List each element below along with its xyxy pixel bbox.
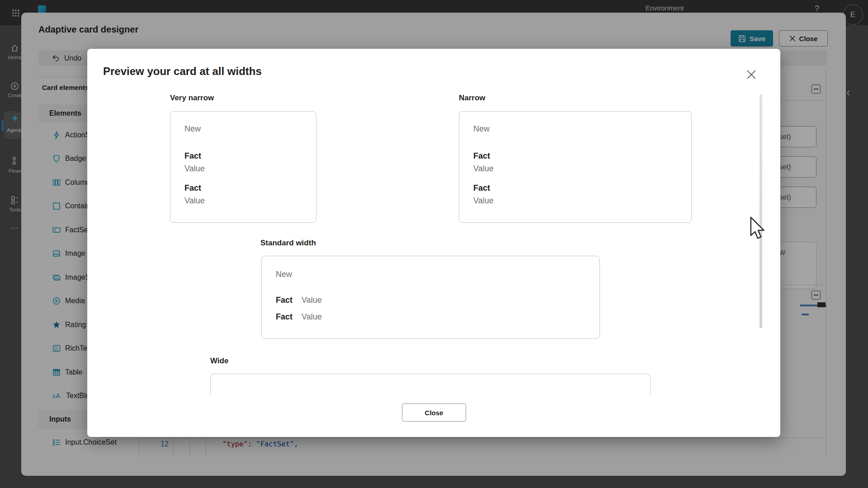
- preview-scroll-area[interactable]: Very narrow New Fact Value Fact Value Na…: [87, 87, 780, 394]
- card-fact-value: Value: [184, 195, 316, 206]
- mouse-cursor: [750, 216, 765, 240]
- dialog-scrollbar[interactable]: [760, 94, 762, 328]
- dialog-title: Preview your card at all widths: [103, 65, 262, 78]
- preview-widths-dialog: Preview your card at all widths Very nar…: [87, 49, 780, 437]
- card-fact-value: Value: [302, 311, 322, 323]
- card-fact-label: Fact: [276, 311, 292, 323]
- card-fact-value: Value: [302, 294, 322, 306]
- card-text-new: New: [276, 268, 599, 280]
- preview-card-standard-width: New Fact Value Fact Value: [261, 256, 600, 339]
- preview-card-narrow: New Fact Value Fact Value: [459, 111, 692, 223]
- preview-label-standard-width: Standard width: [260, 239, 316, 248]
- card-text-new: New: [184, 123, 316, 134]
- card-fact-value: Value: [184, 163, 316, 174]
- card-text-new: New: [473, 123, 691, 134]
- preview-card-wide: [210, 374, 651, 394]
- x-icon: [746, 70, 756, 80]
- dialog-close-button[interactable]: Close: [402, 404, 466, 422]
- app-root: Environment ? E Home Create Agents Flows: [0, 0, 868, 488]
- card-fact-label: Fact: [473, 183, 691, 193]
- card-fact-label: Fact: [473, 150, 691, 161]
- preview-label-narrow: Narrow: [459, 94, 486, 103]
- card-fact-value: Value: [473, 163, 691, 174]
- card-fact-value: Value: [473, 195, 691, 206]
- card-fact-label: Fact: [184, 150, 316, 161]
- dialog-close-icon[interactable]: [743, 66, 760, 83]
- preview-label-very-narrow: Very narrow: [170, 94, 214, 103]
- card-fact-label: Fact: [184, 183, 316, 193]
- preview-label-wide: Wide: [210, 357, 228, 366]
- card-fact-label: Fact: [276, 294, 292, 306]
- preview-card-very-narrow: New Fact Value Fact Value: [170, 111, 316, 223]
